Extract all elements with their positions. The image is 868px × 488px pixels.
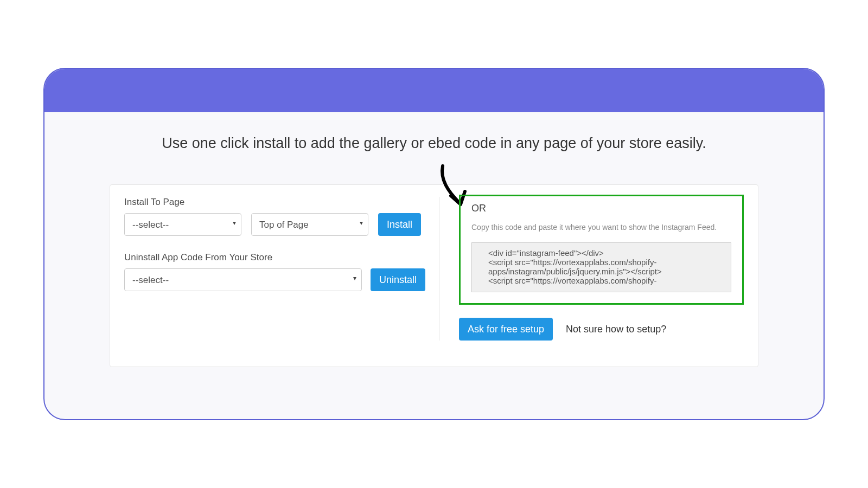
or-label: OR bbox=[471, 203, 731, 214]
not-sure-text: Not sure how to setup? bbox=[566, 324, 666, 335]
page-heading: Use one click install to add the gallery… bbox=[44, 135, 824, 152]
install-to-page-label: Install To Page bbox=[124, 197, 439, 208]
install-button[interactable]: Install bbox=[378, 213, 421, 236]
embed-highlight-box: OR Copy this code and paste it where you… bbox=[459, 195, 744, 305]
embed-pane: OR Copy this code and paste it where you… bbox=[439, 197, 744, 341]
copy-instruction: Copy this code and paste it where you wa… bbox=[471, 223, 731, 232]
uninstall-label: Uninstall App Code From Your Store bbox=[124, 252, 439, 263]
settings-card: Install To Page --select-- Top of Page I… bbox=[110, 184, 758, 367]
page-select[interactable]: --select-- bbox=[124, 213, 241, 236]
install-pane: Install To Page --select-- Top of Page I… bbox=[124, 197, 439, 341]
header-band bbox=[44, 69, 824, 112]
uninstall-select[interactable]: --select-- bbox=[124, 268, 362, 291]
uninstall-button[interactable]: Uninstall bbox=[371, 268, 425, 291]
app-frame: Use one click install to add the gallery… bbox=[43, 68, 825, 420]
ask-free-setup-button[interactable]: Ask for free setup bbox=[459, 318, 553, 341]
embed-code-textarea[interactable] bbox=[471, 242, 731, 292]
position-select[interactable]: Top of Page bbox=[251, 213, 368, 236]
